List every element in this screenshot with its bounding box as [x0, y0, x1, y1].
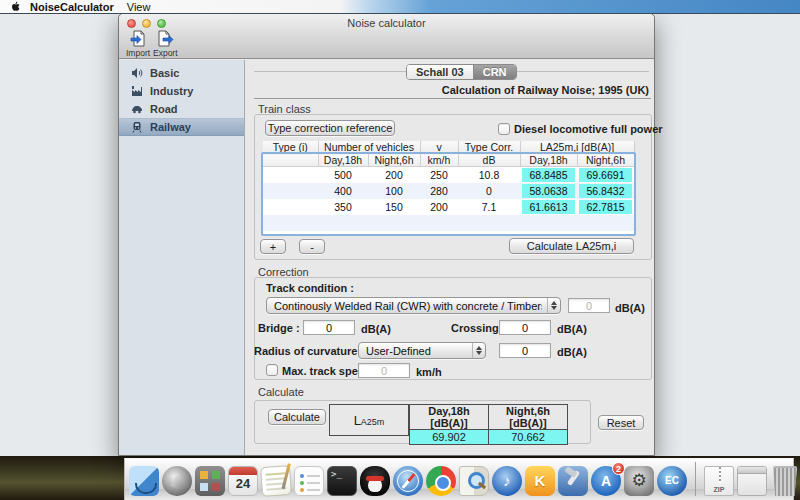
tab-schall03[interactable]: Schall 03: [407, 65, 473, 79]
safari-dock-icon[interactable]: [393, 466, 423, 496]
ec-browser-dock-icon[interactable]: EC: [657, 466, 687, 496]
result-cell: 61.6613: [522, 200, 575, 214]
finder-dock-icon[interactable]: [129, 466, 159, 496]
track-condition-db-field[interactable]: [568, 298, 610, 313]
qq-music-dock-icon[interactable]: K: [525, 466, 555, 496]
track-condition-value: Continously Welded Rail (CWR) with concr…: [274, 300, 542, 312]
table-empty-row[interactable]: [263, 215, 634, 231]
chrome-dock-icon[interactable]: [426, 466, 456, 496]
radius-label: Radius of curvature :: [254, 345, 364, 357]
system-preferences-dock-icon[interactable]: ⚙: [624, 466, 654, 496]
calculate-la25m-button[interactable]: Calculate LA25m,i: [509, 238, 634, 254]
xcode-dock-icon[interactable]: [558, 466, 588, 496]
popup-arrows-icon: [472, 343, 485, 358]
sidebar-item-basic[interactable]: Basic: [119, 64, 244, 82]
la-main: L: [354, 413, 361, 428]
remove-row-button[interactable]: -: [299, 239, 325, 254]
dictionary-dock-icon[interactable]: [459, 466, 489, 496]
bridge-field[interactable]: [303, 320, 355, 335]
app-folder-dock-icon[interactable]: [195, 466, 225, 496]
tab-crn[interactable]: CRN: [473, 65, 516, 79]
menu-item-view[interactable]: View: [127, 1, 151, 13]
factory-icon: [131, 85, 143, 97]
sidebar-item-road[interactable]: Road: [119, 100, 244, 118]
max-track-speed-unit: km/h: [416, 366, 442, 378]
subcol-la-day: Day,18h: [520, 154, 577, 167]
notes-dock-icon[interactable]: [260, 465, 292, 497]
import-icon: [130, 30, 147, 47]
table-row[interactable]: 500 200 250 10.8 68.8485 69.6691: [263, 167, 634, 184]
diesel-full-power-checkbox[interactable]: [498, 123, 510, 135]
col-header-la25m: LA25m,i [dB(A)]: [520, 141, 634, 154]
train-icon: [131, 121, 143, 133]
reset-button[interactable]: Reset: [598, 415, 644, 430]
reminders-dock-icon[interactable]: [294, 466, 324, 496]
zip-label: ZIP: [705, 486, 733, 493]
zip-file-dock-icon[interactable]: ZIP: [704, 466, 734, 496]
result-night-header: Night,6h [dB(A)]: [489, 405, 568, 430]
apple-menu-icon[interactable]: [10, 1, 21, 12]
table-sub-header-row: Day,18h Night,6h km/h dB Day,18h Night,6…: [263, 154, 634, 167]
result-table: Day,18h [dB(A)] Night,6h [dB(A)] 69.902 …: [409, 404, 568, 445]
dock-separator: [695, 462, 696, 496]
subcol-empty: [263, 154, 318, 167]
bridge-label: Bridge :: [258, 322, 300, 334]
max-track-speed-field[interactable]: [358, 363, 410, 378]
add-row-button[interactable]: +: [260, 239, 286, 254]
calculate-group-label: Calculate: [258, 386, 304, 398]
radius-value: User-Defined: [366, 345, 467, 357]
sidebar-label: Railway: [150, 121, 191, 133]
col-header-type: Type (i): [263, 141, 318, 154]
sidebar-label: Basic: [150, 67, 179, 79]
itunes-dock-icon[interactable]: ♪: [492, 466, 522, 496]
export-label: Export: [153, 48, 178, 58]
calendar-dock-icon[interactable]: 24: [228, 466, 258, 496]
table-group-header-row: Type (i) Number of vehicles v Type Corr.…: [263, 141, 634, 154]
result-day-value: 69.902: [410, 430, 489, 445]
page-title: Calculation of Railway Noise; 1995 (UK): [442, 84, 649, 96]
menu-app-name[interactable]: NoiseCalculator: [30, 1, 114, 13]
radius-db-field[interactable]: [499, 343, 551, 358]
result-night-value: 70.662: [489, 430, 568, 445]
import-button[interactable]: Import: [126, 30, 150, 58]
subcol-la-night: Night,6h: [577, 154, 634, 167]
result-cell: 68.8485: [522, 168, 575, 182]
radius-unit: dB(A): [557, 346, 587, 358]
app-store-letter: A: [601, 473, 611, 489]
la25m-label-cell: L A25m: [329, 404, 409, 436]
import-label: Import: [126, 48, 150, 58]
export-button[interactable]: Export: [153, 30, 177, 58]
tab-bar: Schall 03 CRN: [406, 64, 517, 80]
menu-bar: NoiseCalculator View: [0, 0, 800, 14]
bridge-unit: dB(A): [361, 323, 391, 335]
col-header-v: v: [420, 141, 458, 154]
track-condition-unit: dB(A): [615, 302, 645, 314]
calendar-day: 24: [229, 476, 257, 491]
table-row[interactable]: 350 150 200 7.1 61.6613 62.7815: [263, 199, 634, 215]
subcol-day: Day,18h: [318, 154, 368, 167]
sidebar: Basic Industry Road Railway: [119, 60, 245, 455]
popup-arrows-icon: [547, 298, 560, 313]
main-panel: Schall 03 CRN Calculation of Railway Noi…: [246, 60, 654, 455]
qq-dock-icon[interactable]: [360, 466, 390, 496]
calculate-button[interactable]: Calculate: [268, 409, 326, 425]
sidebar-item-industry[interactable]: Industry: [119, 82, 244, 100]
crossing-unit: dB(A): [557, 323, 587, 335]
app-store-dock-icon[interactable]: A2: [591, 466, 621, 496]
terminal-dock-icon[interactable]: >_: [327, 466, 357, 496]
sidebar-label: Industry: [150, 85, 193, 97]
crossing-field[interactable]: [499, 320, 551, 335]
result-cell: 56.8432: [579, 184, 632, 198]
launchpad-dock-icon[interactable]: [162, 466, 192, 496]
noise-calculator-window: Noise calculator Import Export Basic: [118, 13, 655, 456]
max-track-speed-checkbox[interactable]: [266, 364, 278, 376]
track-condition-popup[interactable]: Continously Welded Rail (CWR) with concr…: [266, 297, 561, 314]
radius-popup[interactable]: User-Defined: [358, 342, 486, 359]
result-cell: 58.0638: [522, 184, 575, 198]
sidebar-label: Road: [150, 103, 178, 115]
table-row[interactable]: 400 100 280 0 58.0638 56.8432: [263, 183, 634, 199]
type-correction-reference-button[interactable]: Type correction reference: [265, 120, 395, 136]
title-bar[interactable]: Noise calculator Import Export: [119, 14, 654, 59]
document-window-dock-icon[interactable]: [737, 466, 767, 496]
sidebar-item-railway[interactable]: Railway: [119, 118, 244, 136]
